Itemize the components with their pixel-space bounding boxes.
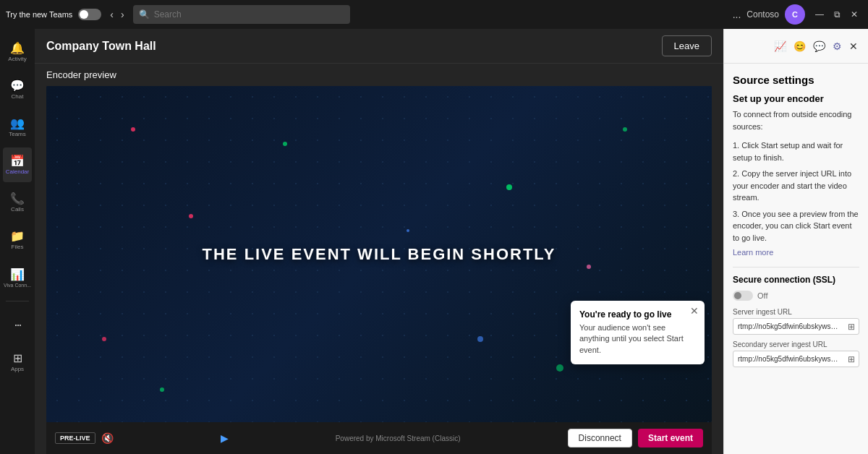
pre-live-badge: PRE-LIVE	[55, 432, 95, 444]
chat-icon: 💬	[10, 79, 25, 93]
more-options[interactable]: ...	[733, 9, 741, 20]
server-url-wrapper: rtmp://no5kg5dfwin6ubskywsp6cb... ⊞	[733, 318, 859, 335]
svg-point-6	[506, 184, 512, 190]
ssl-title: Secure connection (SSL)	[733, 275, 859, 285]
secondary-url-label: Secondary server ingest URL	[733, 340, 859, 348]
panel-header: 📈 😊 💬 ⚙ ✕	[724, 29, 868, 64]
nav-arrows: ‹ ›	[107, 7, 127, 22]
search-icon: 🔍	[139, 9, 150, 20]
panel-emoji-icon[interactable]: 😊	[792, 39, 807, 53]
secondary-url-copy-icon[interactable]: ⊞	[848, 354, 855, 364]
calls-icon: 📞	[10, 192, 25, 205]
topbar-right: ... Contoso C — ⧉ ✕	[733, 4, 862, 25]
ssl-toggle-row: Off	[733, 291, 859, 301]
sidebar-divider	[6, 301, 29, 301]
viva-icon: 📊	[10, 267, 25, 281]
stream-logo: ▶	[221, 432, 229, 444]
learn-more-link[interactable]: Learn more	[733, 248, 859, 257]
panel-chart-icon[interactable]: 📈	[773, 39, 788, 53]
svg-point-9	[407, 229, 409, 232]
minimize-button[interactable]: —	[811, 8, 828, 21]
svg-point-12	[477, 336, 483, 342]
sidebar-label-calls: Calls	[11, 207, 24, 213]
ssl-toggle[interactable]	[733, 291, 753, 301]
toggle-knob	[80, 10, 88, 19]
svg-point-11	[160, 387, 164, 392]
panel-close-button[interactable]: ✕	[848, 39, 859, 53]
setup-title: Set up your encoder	[733, 93, 859, 104]
sidebar-item-chat[interactable]: 💬 Chat	[3, 72, 32, 107]
close-button[interactable]: ✕	[846, 8, 862, 21]
sidebar-item-apps[interactable]: ⊞ Apps	[3, 345, 32, 380]
panel-icons: 📈 😊 💬 ⚙ ✕	[773, 39, 859, 53]
svg-point-10	[587, 265, 591, 269]
main-layout: 🔔 Activity 💬 Chat 👥 Teams 📅 Calendar 📞 C…	[0, 29, 868, 454]
sidebar-item-calendar[interactable]: 📅 Calendar	[3, 147, 32, 182]
sidebar: 🔔 Activity 💬 Chat 👥 Teams 📅 Calendar 📞 C…	[0, 29, 35, 454]
sidebar-item-teams[interactable]: 👥 Teams	[3, 110, 32, 145]
video-preview: THE LIVE EVENT WILL BEGIN SHORTLY ✕ You'…	[46, 86, 712, 422]
server-url-copy-icon[interactable]: ⊞	[848, 322, 855, 332]
secondary-url-wrapper: rtmp://no5kg5dfwin6ubskywsp6cb... ⊞	[733, 351, 859, 367]
sidebar-label-files: Files	[12, 244, 24, 251]
svg-point-8	[623, 127, 627, 132]
teams-icon: 👥	[10, 116, 25, 130]
avatar[interactable]: C	[785, 4, 805, 25]
video-container: Encoder preview	[35, 64, 723, 454]
sidebar-item-viva[interactable]: 📊 Viva Conn...	[3, 260, 32, 295]
window-controls: — ⧉ ✕	[811, 8, 862, 21]
sidebar-label-activity: Activity	[8, 56, 26, 63]
live-text: THE LIVE EVENT WILL BEGIN SHORTLY	[203, 245, 556, 264]
section-divider	[733, 267, 859, 267]
calendar-icon: 📅	[10, 154, 25, 168]
video-controls-bar: PRE-LIVE 🔇 ▶ Powered by Microsoft Stream…	[46, 422, 712, 454]
sidebar-label-chat: Chat	[12, 94, 24, 100]
disconnect-button[interactable]: Disconnect	[568, 429, 632, 447]
svg-point-2	[131, 127, 135, 132]
popup-close-button[interactable]: ✕	[690, 305, 699, 317]
svg-point-7	[556, 364, 563, 372]
server-url-field: rtmp://no5kg5dfwin6ubskywsp6cb...	[733, 318, 859, 335]
panel-settings-icon[interactable]: ⚙	[831, 39, 843, 53]
activity-icon: 🔔	[10, 41, 25, 55]
leave-button[interactable]: Leave	[662, 35, 712, 56]
search-input[interactable]	[154, 9, 344, 20]
topbar-left: Try the new Teams	[6, 9, 101, 20]
setup-desc: To connect from outside encoding sources…	[733, 108, 859, 132]
server-url-label: Server ingest URL	[733, 308, 859, 316]
popup-body: Your audience won't see anything until y…	[579, 322, 696, 356]
sidebar-label-apps: Apps	[11, 367, 24, 373]
setup-step-2: 2. Copy the server inject URL into your …	[733, 168, 859, 204]
start-event-button[interactable]: Start event	[638, 429, 703, 447]
forward-button[interactable]: ›	[118, 7, 127, 22]
content-header: Company Town Hall Leave	[35, 29, 723, 64]
restore-button[interactable]: ⧉	[830, 8, 845, 21]
ssl-off-label: Off	[757, 291, 767, 300]
sidebar-item-activity[interactable]: 🔔 Activity	[3, 35, 32, 69]
sidebar-item-more[interactable]: ···	[3, 307, 32, 342]
video-bg: THE LIVE EVENT WILL BEGIN SHORTLY	[46, 86, 712, 422]
setup-step-1: 1. Click Start setup and wait for setup …	[733, 140, 859, 163]
sidebar-item-files[interactable]: 📁 Files	[3, 223, 32, 257]
try-teams-toggle[interactable]	[78, 9, 101, 20]
right-panel: 📈 😊 💬 ⚙ ✕ Source settings Set up your en…	[723, 29, 868, 454]
sidebar-label-viva: Viva Conn...	[4, 283, 31, 288]
secondary-url-field: rtmp://no5kg5dfwin6ubskywsp6cb...	[733, 351, 859, 367]
back-button[interactable]: ‹	[107, 7, 116, 22]
search-bar[interactable]: 🔍	[133, 5, 350, 24]
content-area: Company Town Hall Leave Encoder preview	[35, 29, 723, 454]
header-actions: Leave	[662, 35, 712, 56]
org-label: Contoso	[746, 9, 779, 20]
sidebar-item-calls[interactable]: 📞 Calls	[3, 185, 32, 220]
panel-chat-icon[interactable]: 💬	[812, 39, 827, 53]
try-teams-label: Try the new Teams	[6, 10, 72, 19]
panel-title: Source settings	[733, 74, 859, 86]
controls-right: Disconnect Start event	[568, 429, 703, 447]
topbar: Try the new Teams ‹ › 🔍 ... Contoso C — …	[0, 0, 868, 29]
popup-title: You're ready to go live	[579, 309, 696, 320]
apps-icon: ⊞	[13, 351, 22, 365]
powered-by-text: Powered by Microsoft Stream (Classic)	[336, 434, 461, 442]
sidebar-label-calendar: Calendar	[6, 169, 29, 176]
panel-content: Source settings Set up your encoder To c…	[724, 64, 868, 454]
mute-button[interactable]: 🔇	[101, 432, 114, 444]
